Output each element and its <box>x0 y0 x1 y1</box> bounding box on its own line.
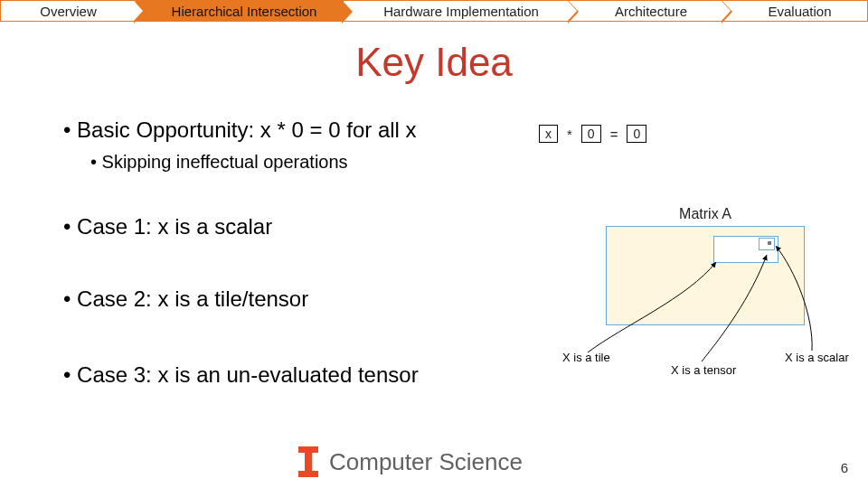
eq-zero-left: 0 <box>581 125 601 143</box>
nav-hardware-implementation[interactable]: Hardware Implementation <box>344 0 570 22</box>
eq-zero-right: 0 <box>627 125 646 143</box>
illinois-i-icon <box>298 446 318 477</box>
bullet-basic-opportunity: Basic Opportunity: x * 0 = 0 for all x <box>63 117 805 143</box>
nav-hierarchical-intersection[interactable]: Hierarchical Intersection <box>136 0 344 22</box>
matrix-a-rect <box>606 226 805 325</box>
footer-logo: Computer Science <box>298 446 523 477</box>
annotation-x-tensor: X is a tensor <box>671 363 736 377</box>
breadcrumb-nav: Overview Hierarchical Intersection Hardw… <box>0 0 868 23</box>
nav-architecture[interactable]: Architecture <box>570 0 723 22</box>
nav-evaluation[interactable]: Evaluation <box>723 0 868 22</box>
scalar-dot <box>768 241 771 245</box>
annotation-x-scalar: X is a scalar <box>785 351 849 364</box>
matrix-a-label: Matrix A <box>606 206 805 222</box>
bullet-skipping-ops: Skipping ineffectual operations <box>90 152 805 173</box>
tensor-rect <box>759 238 775 250</box>
eq-x-box: x <box>539 125 558 143</box>
nav-overview[interactable]: Overview <box>0 0 136 22</box>
page-number: 6 <box>841 460 848 475</box>
slide: Overview Hierarchical Intersection Hardw… <box>0 0 868 488</box>
equation: x * 0 = 0 <box>539 125 646 143</box>
slide-title: Key Idea <box>0 40 868 85</box>
matrix-a-diagram: Matrix A <box>606 206 805 325</box>
footer-dept-text: Computer Science <box>329 448 523 476</box>
annotation-x-tile: X is a tile <box>562 351 610 364</box>
eq-equals: = <box>610 127 618 142</box>
eq-times: * <box>567 127 572 142</box>
